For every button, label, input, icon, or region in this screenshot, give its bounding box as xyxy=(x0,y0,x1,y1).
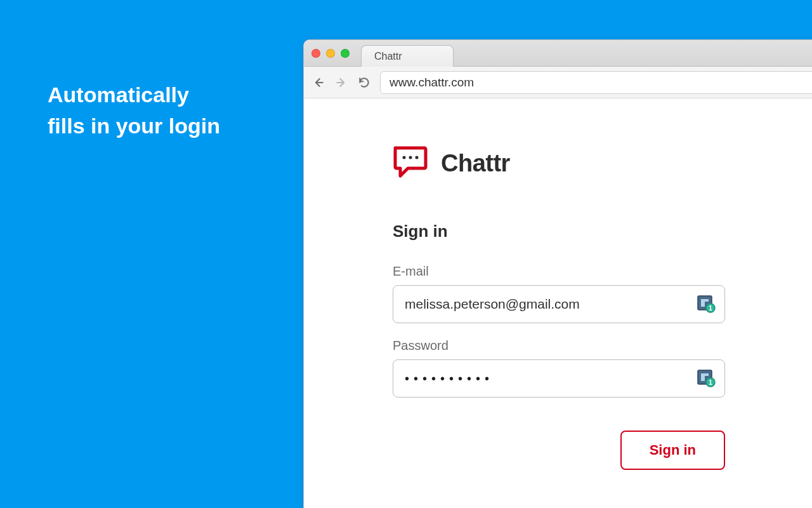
svg-text:1: 1 xyxy=(709,305,712,312)
svg-text:1: 1 xyxy=(709,379,712,386)
forward-button[interactable] xyxy=(334,76,348,90)
brand-name: Chattr xyxy=(441,150,510,177)
close-window-icon[interactable] xyxy=(311,49,320,58)
autofill-badge-icon[interactable]: 1 xyxy=(697,295,716,313)
password-field-group: Password •••••••••• 1 xyxy=(393,338,812,398)
window-traffic-lights xyxy=(311,49,361,58)
site-brand: Chattr xyxy=(393,145,812,181)
tagline-line-1: Automatically xyxy=(48,79,220,110)
browser-tab-title: Chattr xyxy=(374,51,402,62)
browser-tab-strip: Chattr xyxy=(304,40,812,67)
svg-point-0 xyxy=(403,156,406,159)
url-input[interactable]: www.chattr.com xyxy=(380,71,812,94)
url-text: www.chattr.com xyxy=(390,76,474,89)
browser-toolbar: www.chattr.com xyxy=(304,67,812,98)
signin-heading: Sign in xyxy=(393,222,812,241)
arrow-left-icon xyxy=(312,76,325,89)
back-button[interactable] xyxy=(311,76,325,90)
maximize-window-icon[interactable] xyxy=(341,49,350,58)
chat-bubble-icon xyxy=(393,145,429,181)
svg-point-2 xyxy=(416,156,419,159)
password-label: Password xyxy=(393,338,812,353)
marketing-tagline: Automatically fills in your login xyxy=(48,79,220,142)
browser-window: Chattr www.chattr.com xyxy=(303,39,812,508)
autofill-badge-icon[interactable]: 1 xyxy=(697,370,716,387)
page-content: Chattr Sign in E-mail melissa.peterson@g… xyxy=(304,98,812,470)
email-field-group: E-mail melissa.peterson@gmail.com 1 xyxy=(393,264,812,323)
email-value: melissa.peterson@gmail.com xyxy=(405,297,697,312)
tagline-line-2: fills in your login xyxy=(48,110,220,142)
email-input[interactable]: melissa.peterson@gmail.com 1 xyxy=(393,285,725,323)
signin-button[interactable]: Sign in xyxy=(620,431,725,470)
svg-point-1 xyxy=(409,156,412,159)
arrow-right-icon xyxy=(335,76,348,89)
submit-row: Sign in xyxy=(393,431,725,470)
password-value-masked: •••••••••• xyxy=(405,371,697,386)
reload-button[interactable] xyxy=(357,76,371,90)
browser-tab[interactable]: Chattr xyxy=(361,45,454,67)
password-input[interactable]: •••••••••• 1 xyxy=(393,359,725,398)
reload-icon xyxy=(358,76,370,89)
email-label: E-mail xyxy=(393,264,812,279)
minimize-window-icon[interactable] xyxy=(326,49,335,58)
